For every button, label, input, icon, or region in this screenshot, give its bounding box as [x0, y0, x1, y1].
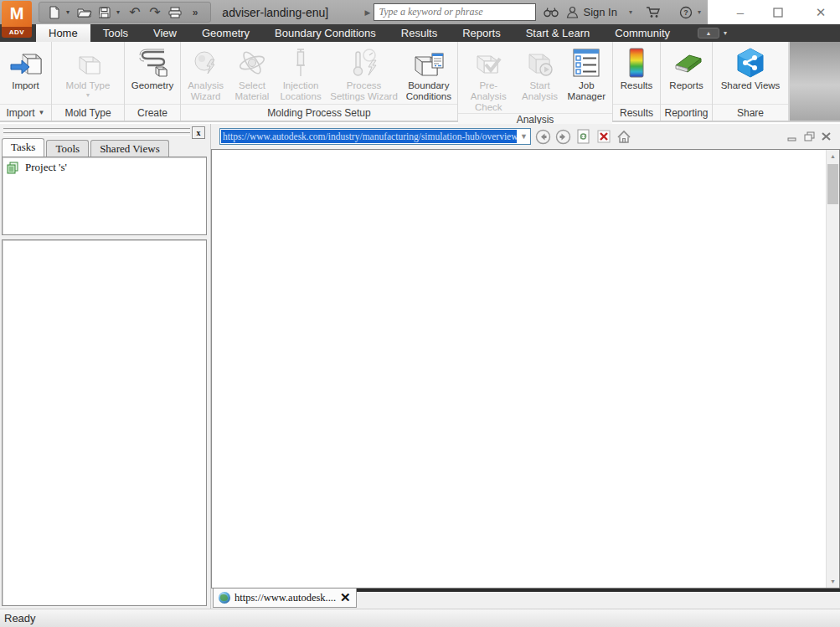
- sign-in-button[interactable]: Sign In: [583, 6, 616, 18]
- tab-boundary-conditions[interactable]: Boundary Conditions: [262, 24, 389, 42]
- title-bar-left: ▾ ▾ ↶ ↷ » adviser-landing-enu] ▶ Type a …: [0, 0, 708, 24]
- injection-locations-button[interactable]: Injection Locations: [275, 44, 327, 104]
- new-file-dropdown-icon[interactable]: ▾: [66, 8, 73, 16]
- maximize-button[interactable]: [773, 8, 788, 18]
- job-manager-button[interactable]: Job Manager: [562, 44, 611, 113]
- project-icon: [6, 162, 19, 174]
- ribbon-group-create: Geometry Create: [125, 42, 181, 121]
- tab-community[interactable]: Community: [602, 24, 683, 42]
- ribbon-collapse-dropdown-icon[interactable]: ▾: [724, 29, 727, 37]
- forward-icon[interactable]: [555, 129, 571, 145]
- search-placeholder: Type a keyword or phrase: [379, 6, 482, 18]
- document-tab[interactable]: https://www.autodesk.... ✕: [213, 588, 357, 608]
- process-settings-wizard-button[interactable]: Process Settings Wizard: [327, 44, 400, 104]
- moldflow-adviser-logo-icon[interactable]: M ADV: [2, 1, 33, 39]
- pre-analysis-check-button[interactable]: Pre-Analysis Check: [459, 44, 518, 113]
- select-material-button[interactable]: Select Material: [229, 44, 275, 104]
- ribbon-group-share: Shared Views Share: [713, 42, 789, 121]
- ribbon-button-label: Select Material: [232, 80, 272, 102]
- scroll-up-icon[interactable]: ▲: [827, 150, 839, 162]
- sign-in-dropdown-icon[interactable]: ▾: [629, 8, 632, 16]
- panel-tab-tools[interactable]: Tools: [46, 140, 89, 157]
- back-icon[interactable]: [535, 129, 551, 145]
- tab-tools[interactable]: Tools: [90, 24, 141, 42]
- open-file-icon[interactable]: [76, 4, 93, 21]
- analysis-wizard-icon: [191, 45, 221, 80]
- ribbon-group-label-mold-type: Mold Type: [52, 104, 124, 121]
- save-icon[interactable]: [96, 4, 113, 21]
- analysis-wizard-button[interactable]: Analysis Wizard: [182, 44, 229, 104]
- ribbon-collapse-icon[interactable]: ▲: [698, 28, 719, 39]
- geometry-icon: [136, 45, 169, 80]
- injection-locations-icon: [292, 45, 309, 80]
- ribbon-tab-bar: Home Tools View Geometry Boundary Condit…: [0, 24, 840, 42]
- print-icon[interactable]: [167, 4, 183, 21]
- status-bar: Ready: [0, 609, 840, 627]
- chevron-down-icon: ▼: [39, 109, 45, 116]
- undo-icon[interactable]: ↶: [126, 4, 143, 21]
- ribbon-group-mold-type: Mold Type ▼ Mold Type: [52, 42, 125, 121]
- import-button[interactable]: Import: [1, 44, 50, 104]
- mold-type-button[interactable]: Mold Type ▼: [54, 44, 121, 104]
- search-flyout-arrow-icon[interactable]: ▶: [365, 8, 371, 17]
- results-button[interactable]: Results: [614, 44, 659, 104]
- ribbon-button-label: Results: [621, 80, 652, 91]
- close-button[interactable]: ✕: [813, 6, 828, 18]
- boundary-conditions-icon: [412, 45, 446, 80]
- cart-icon[interactable]: [646, 6, 661, 18]
- tree-item-project[interactable]: Project 's': [4, 161, 204, 174]
- title-bar: ▾ ▾ ↶ ↷ » adviser-landing-enu] ▶ Type a …: [0, 0, 840, 24]
- redo-icon[interactable]: ↷: [147, 4, 163, 21]
- url-combobox[interactable]: https://www.autodesk.com/industry/manufa…: [219, 128, 531, 145]
- start-analysis-button[interactable]: Start Analysis: [518, 44, 562, 113]
- stop-icon[interactable]: [595, 129, 611, 145]
- tab-start-and-learn[interactable]: Start & Learn: [513, 24, 603, 42]
- boundary-conditions-button[interactable]: Boundary Conditions: [401, 44, 456, 104]
- panel-close-icon[interactable]: x: [192, 126, 205, 139]
- reports-button[interactable]: Reports: [662, 44, 711, 104]
- minimize-button[interactable]: –: [733, 6, 748, 18]
- refresh-icon[interactable]: [575, 129, 591, 145]
- expand-toolbar-icon[interactable]: »: [187, 4, 204, 21]
- ribbon-group-molding-process-setup: Analysis Wizard Select Material: [181, 42, 458, 121]
- document-close-icon[interactable]: [821, 131, 832, 141]
- ribbon-button-label: Start Analysis: [521, 80, 559, 102]
- scrollbar-thumb[interactable]: [827, 164, 838, 204]
- ribbon-collapse-control[interactable]: ▲ ▾: [698, 24, 727, 42]
- document-restore-icon[interactable]: [804, 131, 815, 141]
- panel-tab-shared-views[interactable]: Shared Views: [90, 140, 169, 157]
- search-input[interactable]: Type a keyword or phrase: [374, 3, 536, 21]
- panel-tab-tasks[interactable]: Tasks: [2, 138, 44, 157]
- ribbon-empty-area: [789, 42, 840, 121]
- tab-close-icon[interactable]: ✕: [340, 590, 351, 605]
- ribbon-group-label-results: Results: [613, 104, 660, 121]
- home-icon[interactable]: [616, 129, 631, 145]
- web-page-content[interactable]: [212, 150, 826, 588]
- new-file-icon[interactable]: [46, 4, 63, 21]
- tab-results[interactable]: Results: [389, 24, 450, 42]
- help-dropdown-icon[interactable]: ▾: [698, 8, 701, 16]
- document-minimize-icon[interactable]: [787, 131, 798, 141]
- browser-pane: https://www.autodesk.com/industry/manufa…: [211, 124, 840, 609]
- status-text: Ready: [4, 612, 36, 624]
- ribbon-group-label-import[interactable]: Import▼: [0, 104, 51, 121]
- scroll-down-icon[interactable]: ▼: [827, 575, 839, 588]
- url-text-selected[interactable]: https://www.autodesk.com/industry/manufa…: [221, 130, 517, 143]
- tab-home[interactable]: Home: [36, 24, 90, 42]
- tab-bar-shadow: [342, 588, 840, 592]
- panel-grip[interactable]: x: [2, 126, 207, 138]
- help-icon[interactable]: ?: [679, 6, 693, 19]
- ribbon-group-analysis: Pre-Analysis Check Start Analysis: [458, 42, 613, 121]
- sign-in-user-icon[interactable]: [566, 6, 579, 18]
- panel-lower-box: [2, 239, 207, 606]
- search-binoculars-icon[interactable]: [544, 7, 559, 18]
- url-dropdown-icon[interactable]: ▼: [518, 132, 530, 141]
- tab-reports[interactable]: Reports: [450, 24, 513, 42]
- save-dropdown-icon[interactable]: ▾: [116, 8, 123, 16]
- tab-geometry[interactable]: Geometry: [189, 24, 262, 42]
- shared-views-button[interactable]: Shared Views: [714, 44, 787, 104]
- vertical-scrollbar[interactable]: ▲ ▼: [826, 150, 839, 588]
- geometry-button[interactable]: Geometry: [126, 44, 179, 104]
- document-tab-bar: https://www.autodesk.... ✕: [211, 588, 840, 609]
- tab-view[interactable]: View: [141, 24, 189, 42]
